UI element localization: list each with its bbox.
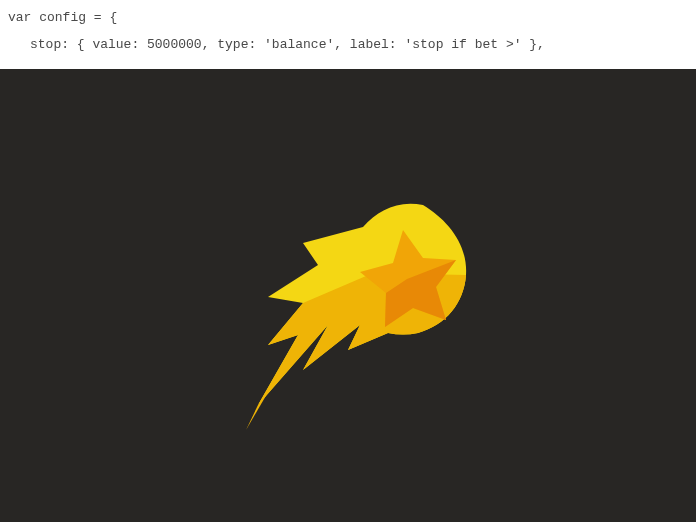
comet-star-icon (208, 145, 488, 455)
code-line: var config = { (8, 6, 688, 29)
preview-panel (0, 69, 696, 522)
code-line: stop: { value: 5000000, type: 'balance',… (30, 33, 688, 56)
code-editor[interactable]: var config = { stop: { value: 5000000, t… (0, 0, 696, 69)
